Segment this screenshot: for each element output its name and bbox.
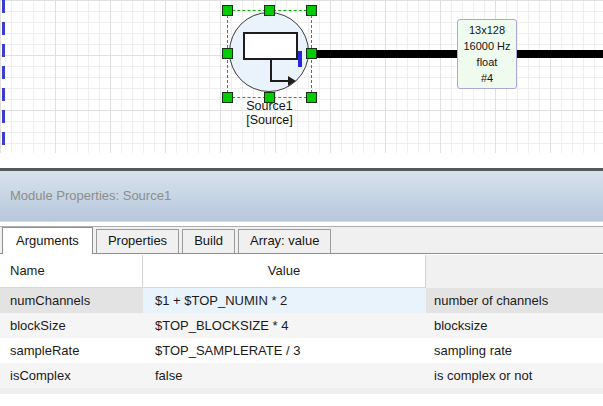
tab-build[interactable]: Build (182, 229, 235, 253)
table-footer-strip (0, 388, 603, 394)
selection-handle[interactable] (306, 5, 317, 16)
tab-bar: Arguments Properties Build Array: value (0, 226, 603, 254)
argument-name[interactable]: isComplex (0, 363, 143, 388)
table-row[interactable]: sampleRate $TOP_SAMPLERATE / 3 sampling … (0, 338, 603, 363)
wire-info-number: #4 (458, 70, 516, 86)
argument-name[interactable]: blockSize (0, 313, 143, 338)
output-pin[interactable] (298, 51, 302, 67)
selection-handle[interactable] (264, 5, 275, 16)
selection-handle[interactable] (222, 48, 233, 59)
selection-handle[interactable] (306, 48, 317, 59)
module-name-label: Source1 (212, 99, 327, 113)
tab-array-value[interactable]: Array: value (238, 229, 331, 253)
table-row[interactable]: numChannels $1 + $TOP_NUMIN * 2 number o… (0, 288, 603, 313)
table-row[interactable]: isComplex false is complex or not (0, 363, 603, 388)
module-type-label: [Source] (212, 113, 327, 127)
wire-info-dimensions: 13x128 (458, 22, 516, 38)
column-header-name: Name (0, 255, 143, 288)
argument-name[interactable]: numChannels (0, 288, 143, 313)
tab-arguments[interactable]: Arguments (2, 227, 93, 254)
table-row[interactable]: blockSize $TOP_BLOCKSIZE * 4 blocksize (0, 313, 603, 338)
argument-description: is complex or not (426, 363, 603, 388)
argument-value[interactable]: $1 + $TOP_NUMIN * 2 (143, 288, 426, 313)
source-module-icon[interactable] (229, 12, 309, 92)
module-caption: Source1 [Source] (212, 99, 327, 127)
argument-name[interactable]: sampleRate (0, 338, 143, 363)
table-header-row: Name Value (0, 255, 603, 288)
tab-properties[interactable]: Properties (96, 229, 179, 253)
panel-header: Module Properties: Source1 (0, 171, 603, 222)
source-module[interactable] (227, 10, 312, 98)
source-icon-arrowhead (288, 76, 296, 86)
argument-description: blocksize (426, 313, 603, 338)
app-window: 13x128 16000 Hz float #4 Source1 [Source… (0, 0, 603, 406)
argument-description: sampling rate (426, 338, 603, 363)
selection-handle[interactable] (222, 5, 233, 16)
design-canvas[interactable]: 13x128 16000 Hz float #4 Source1 [Source… (0, 0, 603, 153)
argument-value[interactable]: false (143, 363, 426, 388)
argument-description: number of channels (426, 288, 603, 313)
argument-value[interactable]: $TOP_BLOCKSIZE * 4 (143, 313, 426, 338)
wire-info-samplerate: 16000 Hz (458, 38, 516, 54)
source-icon-arrow-line (270, 80, 289, 82)
column-header-value: Value (143, 255, 426, 288)
column-header-description (426, 255, 603, 288)
argument-value[interactable]: $TOP_SAMPLERATE / 3 (143, 338, 426, 363)
source-icon-arrow-line (270, 59, 272, 82)
wire-info-label: 13x128 16000 Hz float #4 (457, 19, 517, 89)
arguments-table: Name Value numChannels $1 + $TOP_NUMIN *… (0, 255, 603, 394)
source-icon-rect (243, 32, 298, 60)
page-margin-guide (2, 0, 5, 151)
wire-info-datatype: float (458, 54, 516, 70)
panel-title: Module Properties: Source1 (10, 171, 171, 221)
